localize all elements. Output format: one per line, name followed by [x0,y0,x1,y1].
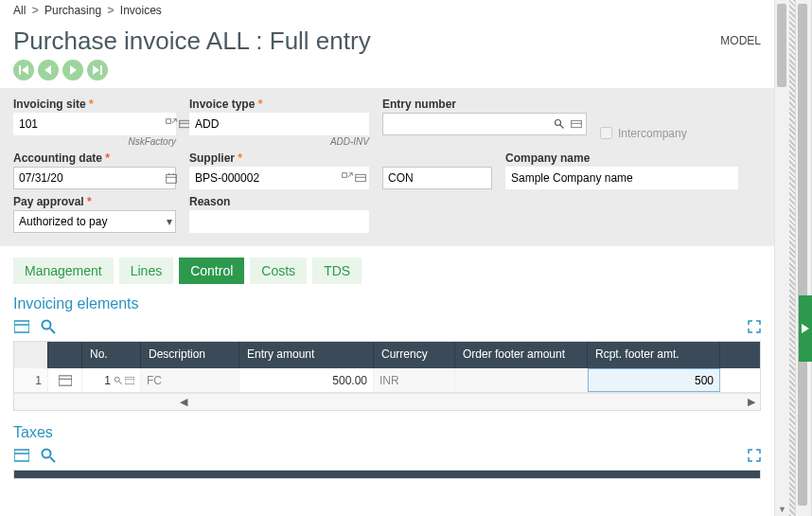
svg-rect-5 [100,65,102,75]
cell-rcpt-footer-amt[interactable] [588,368,720,392]
invoice-type-input[interactable] [189,113,369,135]
grid-row[interactable]: 1 1 FC 500.00 INR [14,368,760,393]
header-form: Invoicing site * NskFactory Invoice type… [0,88,774,246]
breadcrumb-item[interactable]: All [13,4,26,17]
cell-description[interactable]: FC [141,368,239,392]
selection-icon[interactable] [342,170,353,186]
svg-rect-28 [59,375,72,384]
calendar-icon[interactable] [166,170,177,186]
svg-marker-2 [44,65,51,75]
svg-rect-18 [356,174,366,182]
col-order-footer-amount[interactable]: Order footer amount [455,342,588,368]
svg-line-31 [119,381,122,383]
svg-rect-17 [343,173,347,178]
cell-currency[interactable]: INR [374,368,455,392]
svg-point-9 [556,120,561,126]
scroll-right-icon[interactable]: ▶ [743,396,760,408]
svg-line-10 [560,125,564,129]
tab-tds[interactable]: TDS [312,258,362,284]
card-icon[interactable] [125,376,134,385]
svg-marker-38 [802,324,809,333]
invoice-type-caption: ADD-INV [189,136,369,148]
cell-order-footer-amount[interactable] [455,368,588,392]
svg-rect-7 [180,120,190,128]
cell-entry-amount[interactable]: 500.00 [239,368,374,392]
chevron-right-icon: > [32,4,39,17]
card-icon[interactable] [13,318,30,335]
invoicing-elements-grid: No. Description Entry amount Currency Or… [13,341,761,411]
expand-icon[interactable] [748,320,761,333]
slideout-handle[interactable] [799,295,812,362]
supplier-label: Supplier * [189,151,369,165]
accounting-date-input[interactable] [13,167,176,189]
company-name-label: Company name [505,151,738,165]
card-icon[interactable] [13,447,30,464]
row-index: 1 [14,368,48,392]
breadcrumb-item[interactable]: Purchasing [44,4,101,17]
card-icon[interactable] [569,116,584,132]
grid-header: No. Description Entry amount Currency Or… [14,342,760,368]
svg-marker-3 [70,65,77,75]
entry-number-label: Entry number [382,98,587,111]
col-currency[interactable]: Currency [374,342,455,368]
svg-marker-1 [22,65,28,75]
tab-costs[interactable]: Costs [250,258,307,284]
tab-lines[interactable]: Lines [119,258,173,284]
col-no[interactable]: No. [82,342,141,368]
taxes-title: Taxes [0,418,774,445]
first-record-button[interactable] [13,60,34,80]
search-icon[interactable] [114,376,123,385]
scroll-left-icon[interactable]: ◀ [175,396,192,408]
tab-management[interactable]: Management [13,258,114,284]
selection-icon[interactable] [166,116,177,132]
invoicing-site-caption: NskFactory [13,136,176,148]
chevron-down-icon[interactable]: ▾ [166,214,173,229]
col-rowicon [48,342,82,368]
col-entry-amount[interactable]: Entry amount [239,342,374,368]
svg-point-36 [43,450,51,458]
invoicing-site-input[interactable] [13,113,176,135]
supplier-code-input[interactable] [382,167,492,189]
company-name-input[interactable] [505,167,738,189]
svg-point-30 [115,377,119,382]
svg-line-37 [50,457,55,462]
previous-record-button[interactable] [38,60,59,80]
tabs: Management Lines Control Costs TDS [0,246,774,290]
row-card-icon[interactable] [48,368,82,392]
pay-approval-label: Pay approval * [13,195,176,208]
invoicing-site-label: Invoicing site * [13,98,176,111]
search-icon[interactable] [40,447,57,464]
svg-line-27 [50,329,55,333]
pay-approval-select[interactable]: ▾ [13,210,176,233]
next-record-button[interactable] [62,60,83,80]
search-icon[interactable] [40,318,57,335]
breadcrumb-item[interactable]: Invoices [120,4,162,17]
cell-no[interactable]: 1 [82,368,141,392]
inner-vertical-scrollbar[interactable]: ▼ [774,0,789,516]
breadcrumb: All > Purchasing > Invoices [0,0,774,21]
grid-horizontal-scrollbar[interactable]: ◀ ▶ [14,393,760,410]
model-label: MODEL [720,34,761,47]
svg-rect-32 [125,377,134,384]
reason-input[interactable] [189,210,369,233]
search-icon[interactable] [552,116,567,132]
col-description[interactable]: Description [141,342,239,368]
expand-icon[interactable] [748,449,761,462]
intercompany-label: Intercompany [618,127,687,140]
outer-vertical-scrollbar[interactable] [795,0,812,516]
supplier-code-label [382,151,492,165]
tab-control[interactable]: Control [179,258,244,284]
supplier-input[interactable] [189,167,369,189]
entry-number-input[interactable] [382,113,587,135]
svg-point-26 [43,321,51,329]
col-handle [14,342,48,368]
taxes-grid [13,470,761,479]
svg-rect-13 [167,174,177,183]
col-rcpt-footer-amt[interactable]: Rcpt. footer amt. [588,342,720,368]
invoicing-elements-title: Invoicing elements [0,290,774,316]
card-icon[interactable] [355,170,366,186]
svg-marker-4 [93,65,99,75]
intercompany-checkbox[interactable]: Intercompany [600,118,687,148]
svg-rect-0 [19,65,21,75]
last-record-button[interactable] [87,60,108,80]
